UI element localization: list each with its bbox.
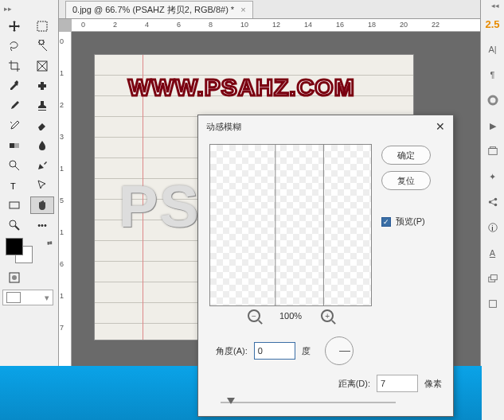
tools-panel: ▸▸ T ••• ⇄ <box>0 0 59 420</box>
history-brush-tool[interactable] <box>2 117 26 134</box>
angle-dial[interactable] <box>325 336 354 365</box>
zoom-tool[interactable] <box>2 216 26 234</box>
move-tool[interactable] <box>2 18 26 35</box>
svg-text:T: T <box>10 181 16 191</box>
pen-tool[interactable] <box>30 157 54 174</box>
preview-checkbox[interactable]: ✓ 预览(P) <box>381 216 431 228</box>
fg-color[interactable] <box>6 238 23 255</box>
refresh-icon[interactable] <box>485 92 501 108</box>
blur-tool[interactable] <box>30 137 54 154</box>
heal-tool[interactable] <box>30 77 54 95</box>
paragraph-icon[interactable]: ¶ <box>485 67 501 83</box>
zoom-out-icon[interactable] <box>248 309 260 322</box>
tab-title: 0.jpg @ 66.7% (PSAHZ 拷贝2, RGB/8#) * <box>72 4 234 16</box>
svg-rect-14 <box>490 147 495 149</box>
preview-area[interactable] <box>209 144 372 306</box>
reset-button[interactable]: 复位 <box>381 171 431 190</box>
svg-rect-13 <box>488 149 497 155</box>
brush-tool[interactable] <box>2 97 26 115</box>
collapse-icon[interactable]: ◂◂ <box>491 2 499 10</box>
share-icon[interactable] <box>485 194 501 210</box>
svg-point-12 <box>489 96 497 104</box>
channels-icon[interactable] <box>485 296 501 312</box>
svg-rect-0 <box>37 21 47 31</box>
check-icon: ✓ <box>381 217 391 227</box>
path-select-tool[interactable] <box>30 177 54 194</box>
eyedropper-tool[interactable] <box>2 77 26 95</box>
svg-point-11 <box>12 275 17 280</box>
angle-label: 角度(A): <box>216 345 248 357</box>
zoom-in-icon[interactable] <box>321 309 334 322</box>
svg-text:i: i <box>491 224 493 232</box>
crop-tool[interactable] <box>2 57 26 75</box>
svg-rect-3 <box>41 82 44 90</box>
color-swatches[interactable]: ⇄ <box>2 238 56 266</box>
right-panel: ◂◂ 2.5 A| ¶ ▶ ✦ i A <box>480 0 504 420</box>
hand-tool[interactable] <box>30 196 54 214</box>
gradient-tool[interactable] <box>2 137 26 154</box>
angle-input[interactable] <box>254 342 295 360</box>
brush-size[interactable]: 2.5 <box>485 16 501 32</box>
ruler-vertical: 0123151617 <box>59 32 72 404</box>
screenmode-select[interactable]: ▾ <box>2 290 53 305</box>
ruler-horizontal: 0246810121416182022 <box>72 19 480 32</box>
more-tool[interactable]: ••• <box>30 216 54 234</box>
quickmask-tool[interactable] <box>2 269 56 286</box>
marquee-tool[interactable] <box>30 18 54 35</box>
dialog-title: 动感模糊 <box>206 121 241 133</box>
distance-label: 距离(D): <box>338 378 370 390</box>
glyph-icon[interactable]: A <box>485 245 501 261</box>
svg-rect-21 <box>490 275 497 280</box>
document-tab[interactable]: 0.jpg @ 66.7% (PSAHZ 拷贝2, RGB/8#) * × <box>65 1 253 18</box>
type-tool[interactable]: T <box>2 177 26 194</box>
svg-rect-5 <box>14 143 19 148</box>
wand-tool[interactable] <box>30 37 54 55</box>
svg-rect-22 <box>489 301 496 308</box>
distance-slider[interactable] <box>221 402 396 403</box>
document-tabs: 0.jpg @ 66.7% (PSAHZ 拷贝2, RGB/8#) * × <box>59 0 480 19</box>
sparkle-icon[interactable]: ✦ <box>485 169 501 185</box>
swap-icon[interactable]: ⇄ <box>47 239 53 247</box>
character-icon[interactable]: A| <box>485 41 501 57</box>
logo-text: WWW.PSAHZ.COM <box>128 74 355 101</box>
stamp-tool[interactable] <box>30 97 54 115</box>
zoom-level: 100% <box>279 311 302 321</box>
expand-icon[interactable]: ▸▸ <box>2 3 56 14</box>
eraser-tool[interactable] <box>30 117 54 134</box>
close-icon[interactable]: ✕ <box>436 120 445 133</box>
rect-tool[interactable] <box>2 196 26 214</box>
lasso-tool[interactable] <box>2 37 26 55</box>
info-icon[interactable]: i <box>485 220 501 235</box>
distance-input[interactable] <box>377 375 418 392</box>
motion-blur-dialog: 动感模糊 ✕ 100% 确定 复位 ✓ 预览(P) 角度(A): 度 <box>197 115 454 417</box>
svg-rect-8 <box>10 202 19 208</box>
close-icon[interactable]: × <box>240 5 245 14</box>
dodge-tool[interactable] <box>2 157 26 174</box>
svg-point-9 <box>10 220 16 227</box>
play-icon[interactable]: ▶ <box>485 118 501 134</box>
svg-point-6 <box>10 161 16 167</box>
layers-icon[interactable] <box>485 270 501 286</box>
angle-unit: 度 <box>302 345 311 357</box>
ok-button[interactable]: 确定 <box>381 146 431 165</box>
preview-label: 预览(P) <box>396 216 425 228</box>
frame-tool[interactable] <box>30 57 54 75</box>
libraries-icon[interactable] <box>485 143 501 159</box>
distance-unit: 像素 <box>424 378 442 390</box>
